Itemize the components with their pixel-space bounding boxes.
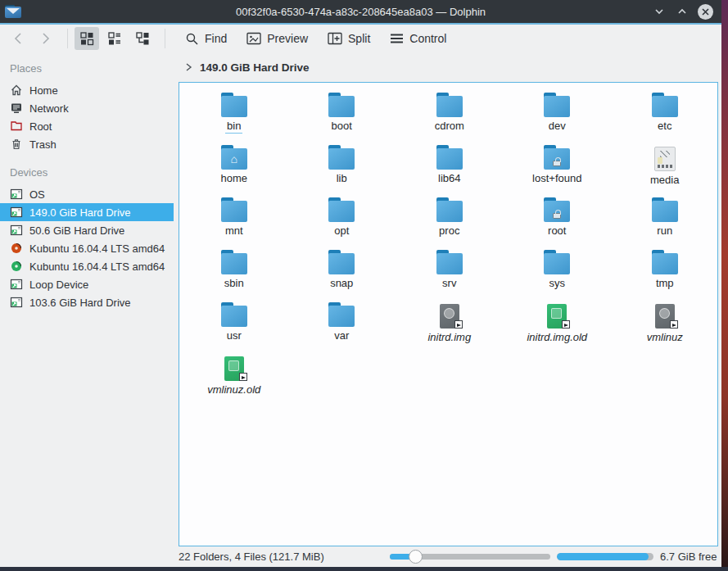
sidebar-item-loop-device[interactable]: Loop Device	[0, 275, 179, 293]
breadcrumb-location[interactable]: 149.0 GiB Hard Drive	[200, 61, 310, 74]
media-icon	[654, 145, 676, 171]
file-grid: binbootcdromdevetc⌂homeliblib64lost+foun…	[179, 83, 717, 407]
titlebar[interactable]: 00f32f0a-6530-474a-a83c-208645ea8a03 — D…	[0, 0, 721, 23]
file-item-vmlinuz-old[interactable]: vmlinuz.old	[180, 355, 288, 407]
breadcrumb[interactable]: 149.0 GiB Hard Drive	[179, 52, 721, 82]
harddisk-icon	[10, 278, 23, 291]
status-bar: 22 Folders, 4 Files (121.7 MiB) 6.7 GiB …	[0, 546, 721, 567]
back-button[interactable]	[8, 28, 29, 49]
folder-lock-icon	[543, 145, 571, 170]
sidebar-item-label: OS	[29, 188, 45, 201]
places-panel: Places HomeNetworkRootTrash Devices OS14…	[0, 52, 179, 546]
window-title: 00f32f0a-6530-474a-a83c-208645ea8a03 — D…	[0, 6, 721, 18]
sidebar-item-50-6-gib-hard-drive[interactable]: 50.6 GiB Hard Drive	[0, 221, 179, 239]
file-item-mnt[interactable]: mnt	[180, 197, 288, 250]
file-item-home[interactable]: ⌂home	[180, 145, 288, 197]
file-item-etc[interactable]: etc	[611, 93, 718, 145]
root-folder-icon	[10, 120, 23, 133]
toolbar-separator	[165, 29, 165, 48]
file-item-run[interactable]: run	[611, 197, 718, 250]
sidebar-item-network[interactable]: Network	[0, 99, 179, 117]
dolphin-window: 00f32f0a-6530-474a-a83c-208645ea8a03 — D…	[0, 0, 721, 567]
file-item-media[interactable]: media	[611, 145, 718, 197]
file-item-usr[interactable]: usr	[180, 302, 288, 355]
file-item-label: cdrom	[433, 120, 466, 133]
file-item-sbin[interactable]: sbin	[180, 250, 288, 302]
find-label: Find	[205, 32, 227, 45]
folder-icon	[328, 93, 355, 117]
file-item-lib[interactable]: lib	[288, 145, 396, 197]
file-item-proc[interactable]: proc	[396, 197, 504, 250]
details-view-button[interactable]	[102, 27, 127, 50]
control-button[interactable]: Control	[383, 29, 453, 48]
sidebar-item-label: Network	[29, 102, 69, 115]
file-item-sys[interactable]: sys	[504, 250, 612, 302]
tree-view-button[interactable]	[130, 27, 155, 50]
file-gray-icon	[440, 302, 459, 329]
zoom-slider-handle[interactable]	[409, 550, 423, 564]
file-item-vmlinuz[interactable]: vmlinuz	[611, 302, 718, 355]
sidebar-item-root[interactable]: Root	[0, 117, 179, 135]
sidebar-item-label: 103.6 GiB Hard Drive	[29, 297, 131, 309]
sidebar-item-kubuntu-16-04-4-lts-amd64[interactable]: Kubuntu 16.04.4 LTS amd64	[0, 257, 179, 275]
folder-icon	[651, 250, 679, 274]
folder-icon	[220, 250, 248, 274]
folder-icon	[436, 145, 463, 170]
zoom-slider[interactable]	[390, 554, 550, 560]
sidebar-item-kubuntu-16-04-4-lts-amd64[interactable]: Kubuntu 16.04.4 LTS amd64	[0, 239, 179, 257]
file-item-label: tmp	[654, 277, 676, 290]
file-item-boot[interactable]: boot	[288, 93, 396, 145]
file-item-label: lib64	[436, 172, 462, 185]
file-item-label: sys	[548, 277, 567, 290]
maximize-button[interactable]	[675, 4, 690, 19]
file-green-icon	[224, 355, 244, 381]
disc-orange-icon	[10, 242, 23, 255]
hamburger-menu-icon	[390, 33, 404, 44]
file-item-initrd-img-old[interactable]: initrd.img.old	[504, 302, 612, 355]
file-item-label: vmlinuz.old	[206, 383, 262, 397]
folder-view[interactable]: binbootcdromdevetc⌂homeliblib64lost+foun…	[179, 82, 718, 546]
control-label: Control	[409, 32, 446, 45]
file-item-lost-found[interactable]: lost+found	[504, 145, 612, 197]
file-item-label: etc	[656, 120, 673, 133]
file-item-bin[interactable]: bin	[180, 93, 288, 145]
preview-label: Preview	[267, 32, 308, 45]
search-icon	[185, 32, 199, 46]
split-button[interactable]: Split	[321, 29, 377, 48]
file-item-srv[interactable]: srv	[396, 250, 504, 302]
find-button[interactable]: Find	[179, 29, 233, 49]
toolbar: Find Preview Split Control	[0, 25, 721, 52]
sidebar-item-149-0-gib-hard-drive[interactable]: 149.0 GiB Hard Drive	[0, 203, 174, 221]
file-item-cdrom[interactable]: cdrom	[396, 93, 504, 145]
desktop-wallpaper	[721, 0, 728, 567]
forward-button[interactable]	[34, 28, 56, 49]
sidebar-item-label: Loop Device	[29, 279, 88, 291]
file-item-dev[interactable]: dev	[504, 93, 612, 145]
split-label: Split	[348, 32, 370, 45]
chevron-right-icon	[38, 32, 52, 45]
file-item-snap[interactable]: snap	[288, 250, 396, 302]
sidebar-item-os[interactable]: OS	[0, 185, 179, 203]
file-item-root[interactable]: root	[504, 197, 612, 250]
sidebar-item-home[interactable]: Home	[0, 81, 179, 99]
icons-view-button[interactable]	[75, 27, 99, 50]
minimize-button[interactable]	[652, 4, 667, 19]
file-item-label: usr	[225, 329, 243, 342]
file-item-label: root	[546, 224, 567, 238]
disc-green-icon	[10, 260, 23, 273]
file-item-var[interactable]: var	[288, 302, 396, 355]
close-button[interactable]	[698, 4, 713, 20]
file-item-lib64[interactable]: lib64	[396, 145, 504, 197]
status-summary: 22 Folders, 4 Files (121.7 MiB)	[179, 551, 324, 563]
file-item-tmp[interactable]: tmp	[611, 250, 718, 302]
file-item-label: snap	[328, 277, 355, 290]
preview-button[interactable]: Preview	[240, 29, 314, 48]
disk-capacity-fill	[557, 553, 649, 560]
file-item-opt[interactable]: opt	[288, 197, 396, 250]
harddisk-icon	[10, 296, 23, 309]
sidebar-item-trash[interactable]: Trash	[0, 135, 179, 153]
file-item-initrd-img[interactable]: initrd.img	[396, 302, 504, 355]
sidebar-item-label: Kubuntu 16.04.4 LTS amd64	[29, 261, 165, 273]
file-item-label: proc	[437, 224, 461, 238]
sidebar-item-103-6-gib-hard-drive[interactable]: 103.6 GiB Hard Drive	[0, 293, 179, 311]
